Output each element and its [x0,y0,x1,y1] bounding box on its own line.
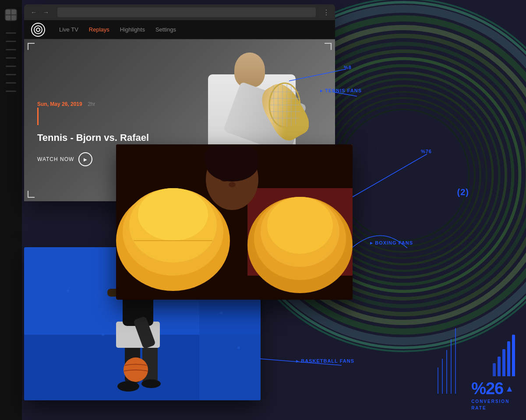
boxing-bg [116,144,353,300]
svg-rect-30 [11,15,16,20]
svg-point-74 [117,381,139,392]
bracket-label: (2) [457,187,469,197]
app-logo [31,23,45,37]
browser-menu-button[interactable]: ⋮ [323,8,330,17]
svg-point-31 [34,26,42,34]
sidebar-item-3[interactable] [6,49,16,50]
sidebar-item-8[interactable] [6,91,16,92]
tennis-pct-label: %8 [344,65,352,70]
play-button[interactable]: ▶ [78,152,92,166]
sidebar-item-5[interactable] [6,66,16,67]
svg-point-78 [102,333,104,336]
up-arrow-icon: ▲ [505,384,514,394]
orange-accent-bar [37,108,39,125]
svg-point-62 [228,146,258,168]
play-icon: ▶ [84,157,87,162]
boxing-card[interactable] [116,144,353,300]
back-button[interactable]: ← [29,8,38,17]
conversion-pct-display: %26 ▲ [471,379,514,398]
svg-rect-27 [6,10,11,14]
sidebar-item-2[interactable] [6,41,16,42]
nav-live-tv[interactable]: Live TV [59,26,78,33]
video-title: Tennis - Bjorn vs. Rafael [37,132,149,144]
forward-button[interactable]: → [42,8,50,17]
svg-point-32 [36,28,40,32]
conversion-label: CONVERSIONRATE [471,398,514,411]
svg-point-81 [237,346,240,349]
conversion-number: %26 [471,379,503,398]
svg-point-50 [138,188,208,241]
svg-point-75 [141,379,161,388]
chart-bars [493,335,515,376]
sidebar-item-1[interactable] [6,32,16,34]
svg-point-14 [332,104,475,246]
conversion-rate-section: %26 ▲ CONVERSIONRATE [471,379,514,411]
boxing-fans-label: ▸ BOXING FANS [370,240,413,246]
nav-highlights[interactable]: Highlights [120,26,145,33]
watch-now-label: WATCH NOW [37,156,74,162]
svg-point-59 [229,182,236,187]
corner-bracket-bl [28,191,35,198]
address-bar[interactable] [57,7,316,17]
basketball-fans-label: ▸ BASKETBALL FANS [296,358,354,364]
corner-bracket-tr [325,43,332,50]
nav-settings[interactable]: Settings [155,26,176,33]
left-sidebar [0,0,22,420]
browser-chrome: ← → ⋮ [24,4,335,20]
svg-point-77 [67,290,69,292]
video-date-text: Sun, May 26, 2019 [37,101,82,107]
pct-76-label: %76 [421,149,432,154]
video-date: Sun, May 26, 2019 2hr [37,100,149,108]
svg-rect-28 [11,10,16,14]
svg-point-15 [338,109,469,241]
sidebar-item-7[interactable] [6,82,16,84]
sidebar-item-4[interactable] [6,57,16,59]
svg-rect-29 [6,15,11,20]
sidebar-logo [5,9,17,21]
video-duration: 2hr [88,101,95,107]
nav-replays[interactable]: Replays [89,26,109,33]
corner-bracket-tl [28,43,35,50]
sidebar-item-6[interactable] [6,74,16,75]
tennis-fans-label: ▸ TENNIS FANS [320,88,362,94]
svg-point-55 [267,197,333,254]
app-nav: Live TV Replays Highlights Settings [24,20,335,39]
svg-point-79 [220,312,222,314]
